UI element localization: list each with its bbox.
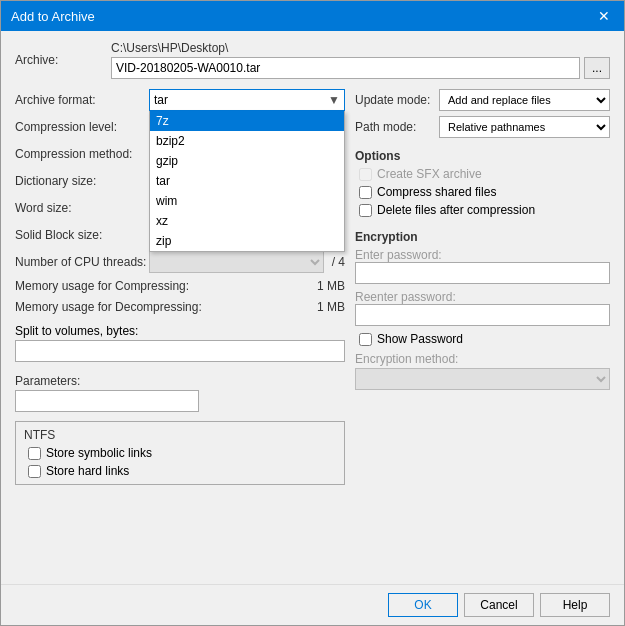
close-button[interactable]: ✕: [594, 6, 614, 26]
format-option-bzip2[interactable]: bzip2: [150, 131, 344, 151]
update-mode-row: Update mode: Add and replace files Updat…: [355, 89, 610, 111]
format-selected[interactable]: tar ▼: [149, 89, 345, 111]
encryption-section: Encryption Enter password: Reenter passw…: [355, 230, 610, 390]
archive-path-group: C:\Users\HP\Desktop\ VID-20180205-WA0010…: [111, 41, 610, 79]
archive-path-static: C:\Users\HP\Desktop\: [111, 41, 610, 55]
memory-compress-label: Memory usage for Compressing:: [15, 279, 189, 293]
enter-password-group: Enter password:: [355, 248, 610, 284]
path-mode-label: Path mode:: [355, 120, 435, 134]
encryption-method-group: Encryption method:: [355, 352, 610, 390]
cpu-threads-row: Number of CPU threads: / 4: [15, 251, 345, 273]
enter-password-label: Enter password:: [355, 248, 442, 262]
reenter-password-input[interactable]: [355, 304, 610, 326]
memory-decompress-value: 1 MB: [317, 300, 345, 314]
encryption-title: Encryption: [355, 230, 418, 244]
format-option-gzip[interactable]: gzip: [150, 151, 344, 171]
show-password-label: Show Password: [377, 332, 463, 346]
store-symlinks-row: Store symbolic links: [28, 446, 336, 460]
compression-level-label: Compression level:: [15, 120, 145, 134]
format-option-7z[interactable]: 7z: [150, 111, 344, 131]
show-password-checkbox[interactable]: [359, 333, 372, 346]
ntfs-title: NTFS: [24, 428, 336, 442]
archive-path-input[interactable]: VID-20180205-WA0010.tar: [111, 57, 580, 79]
left-panel: Archive format: tar ▼ 7z bzip2 gzip tar …: [15, 89, 345, 574]
parameters-section: Parameters:: [15, 371, 345, 412]
encryption-method-combo[interactable]: [355, 368, 610, 390]
show-password-row: Show Password: [359, 332, 610, 346]
parameters-input[interactable]: [15, 390, 199, 412]
dialog-body: Archive: C:\Users\HP\Desktop\ VID-201802…: [1, 31, 624, 584]
memory-compress-value: 1 MB: [317, 279, 345, 293]
enter-password-input[interactable]: [355, 262, 610, 284]
store-hardlinks-row: Store hard links: [28, 464, 336, 478]
format-option-tar[interactable]: tar: [150, 171, 344, 191]
parameters-label: Parameters:: [15, 374, 345, 388]
delete-after-checkbox[interactable]: [359, 204, 372, 217]
memory-decompress-label: Memory usage for Decompressing:: [15, 300, 202, 314]
memory-decompress-row: Memory usage for Decompressing: 1 MB: [15, 299, 345, 315]
archive-format-row: Archive format: tar ▼ 7z bzip2 gzip tar …: [15, 89, 345, 111]
compress-shared-checkbox[interactable]: [359, 186, 372, 199]
split-label: Split to volumes, bytes:: [15, 324, 345, 338]
store-symlinks-label: Store symbolic links: [46, 446, 152, 460]
ok-button[interactable]: OK: [388, 593, 458, 617]
cpu-divisor: / 4: [332, 255, 345, 269]
reenter-password-label: Reenter password:: [355, 290, 456, 304]
options-section: Options Create SFX archive Compress shar…: [355, 149, 610, 217]
format-label: Archive format:: [15, 93, 145, 107]
delete-after-row: Delete files after compression: [359, 203, 610, 217]
encryption-method-label: Encryption method:: [355, 352, 458, 366]
format-option-zip[interactable]: zip: [150, 231, 344, 251]
path-mode-combo[interactable]: Relative pathnames Full pathnames Absolu…: [439, 116, 610, 138]
compress-shared-row: Compress shared files: [359, 185, 610, 199]
create-sfx-row: Create SFX archive: [359, 167, 610, 181]
ntfs-group: NTFS Store symbolic links Store hard lin…: [15, 421, 345, 485]
store-hardlinks-checkbox[interactable]: [28, 465, 41, 478]
title-bar: Add to Archive ✕: [1, 1, 624, 31]
format-option-wim[interactable]: wim: [150, 191, 344, 211]
create-sfx-label: Create SFX archive: [377, 167, 482, 181]
cpu-threads-combo[interactable]: [149, 251, 324, 273]
format-dropdown-container[interactable]: tar ▼ 7z bzip2 gzip tar wim xz zip: [149, 89, 345, 111]
browse-button[interactable]: ...: [584, 57, 610, 79]
reenter-password-group: Reenter password:: [355, 290, 610, 326]
cpu-threads-label: Number of CPU threads:: [15, 255, 145, 269]
archive-path-combo: VID-20180205-WA0010.tar ...: [111, 57, 610, 79]
right-panel: Update mode: Add and replace files Updat…: [355, 89, 610, 574]
archive-label: Archive:: [15, 53, 105, 67]
update-mode-combo[interactable]: Add and replace files Update and add fil…: [439, 89, 610, 111]
solid-block-label: Solid Block size:: [15, 228, 145, 242]
split-combo[interactable]: [15, 340, 345, 362]
main-content: Archive format: tar ▼ 7z bzip2 gzip tar …: [15, 89, 610, 574]
compression-method-label: Compression method:: [15, 147, 145, 161]
help-button[interactable]: Help: [540, 593, 610, 617]
dictionary-size-label: Dictionary size:: [15, 174, 145, 188]
store-symlinks-checkbox[interactable]: [28, 447, 41, 460]
split-section: Split to volumes, bytes:: [15, 324, 345, 362]
options-title: Options: [355, 149, 400, 163]
create-sfx-checkbox[interactable]: [359, 168, 372, 181]
dialog-title: Add to Archive: [11, 9, 95, 24]
memory-compress-row: Memory usage for Compressing: 1 MB: [15, 278, 345, 294]
dropdown-arrow-icon: ▼: [328, 93, 340, 107]
archive-row: Archive: C:\Users\HP\Desktop\ VID-201802…: [15, 41, 610, 79]
add-to-archive-dialog: Add to Archive ✕ Archive: C:\Users\HP\De…: [0, 0, 625, 626]
bottom-buttons: OK Cancel Help: [1, 584, 624, 625]
update-mode-label: Update mode:: [355, 93, 435, 107]
format-dropdown-list[interactable]: 7z bzip2 gzip tar wim xz zip: [149, 111, 345, 252]
compress-shared-label: Compress shared files: [377, 185, 496, 199]
cancel-button[interactable]: Cancel: [464, 593, 534, 617]
path-mode-row: Path mode: Relative pathnames Full pathn…: [355, 116, 610, 138]
store-hardlinks-label: Store hard links: [46, 464, 129, 478]
format-option-xz[interactable]: xz: [150, 211, 344, 231]
delete-after-label: Delete files after compression: [377, 203, 535, 217]
word-size-label: Word size:: [15, 201, 145, 215]
